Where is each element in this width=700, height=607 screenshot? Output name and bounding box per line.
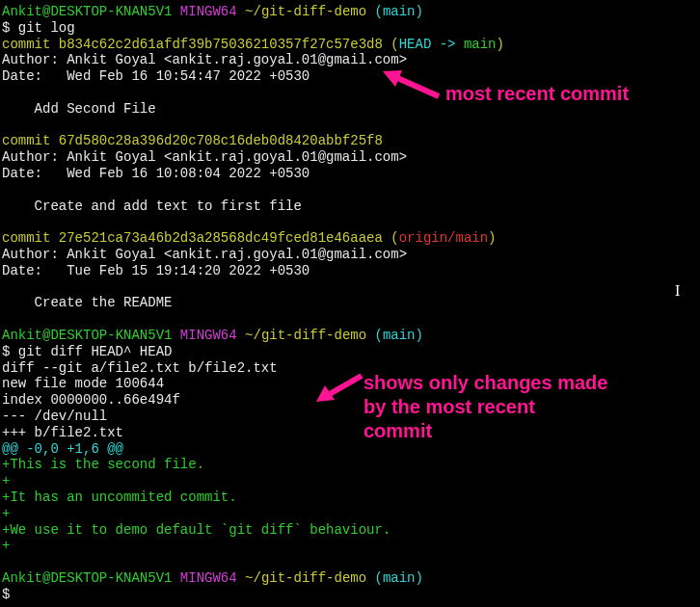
command-input[interactable]: $ git diff HEAD^ HEAD xyxy=(2,344,698,360)
commit-message: Create and add text to first file xyxy=(2,198,698,215)
prompt-path: ~/git-diff-demo xyxy=(245,570,366,586)
diff-add: + xyxy=(2,473,698,489)
remote-ref: origin/main xyxy=(399,230,488,246)
commit-author: Author: Ankit Goyal <ankit.raj.goyal.01@… xyxy=(2,149,698,166)
prompt-branch: (main) xyxy=(375,4,423,19)
prompt-branch: (main) xyxy=(375,328,423,343)
prompt-path: ~/git-diff-demo xyxy=(245,328,366,343)
prompt-path: ~/git-diff-demo xyxy=(245,4,366,19)
commit-author: Author: Ankit Goyal <ankit.raj.goyal.01@… xyxy=(2,52,698,68)
head-ref: HEAD -> xyxy=(399,37,464,52)
prompt-user: Ankit@DESKTOP-KNAN5V1 xyxy=(2,328,172,343)
prompt-env: MINGW64 xyxy=(180,570,237,586)
git-commit-line: commit 67d580c28a396d20c708c16deb0d8420a… xyxy=(2,133,698,149)
diff-add: +We use it to demo default `git diff` be… xyxy=(2,522,698,539)
annotation-changes: shows only changes made by the most rece… xyxy=(363,371,607,443)
text-cursor-icon: I xyxy=(675,281,680,300)
commit-date: Date: Wed Feb 16 10:08:04 2022 +0530 xyxy=(2,166,698,182)
arrow-icon xyxy=(381,67,448,106)
commit-message: Create the README xyxy=(2,295,698,311)
diff-hunk: @@ -0,0 +1,6 @@ xyxy=(2,441,698,458)
diff-add: +This is the second file. xyxy=(2,457,698,473)
git-commit-line: commit 27e521ca73a46b2d3a28568dc49fced81… xyxy=(2,230,698,247)
diff-add: + xyxy=(2,506,698,522)
command-input[interactable]: $ git log xyxy=(2,20,698,37)
shell-prompt: Ankit@DESKTOP-KNAN5V1 MINGW64 ~/git-diff… xyxy=(2,328,698,344)
prompt-user: Ankit@DESKTOP-KNAN5V1 xyxy=(2,4,172,19)
prompt-user: Ankit@DESKTOP-KNAN5V1 xyxy=(2,570,172,586)
command-input[interactable]: $ xyxy=(2,587,698,603)
commit-author: Author: Ankit Goyal <ankit.raj.goyal.01@… xyxy=(2,247,698,263)
git-commit-line: commit b834c62c2d61afdf39b75036210357f27… xyxy=(2,37,698,53)
commit-hash: 67d580c28a396d20c708c16deb0d8420abbf25f8 xyxy=(59,133,383,148)
diff-add: + xyxy=(2,538,698,554)
shell-prompt: Ankit@DESKTOP-KNAN5V1 MINGW64 ~/git-diff… xyxy=(2,570,698,587)
diff-add: +It has an uncommited commit. xyxy=(2,489,698,506)
arrow-icon xyxy=(313,371,366,405)
annotation-recent-commit: most recent commit xyxy=(445,82,629,105)
commit-hash: b834c62c2d61afdf39b75036210357f27c57e3d8 xyxy=(59,37,383,52)
prompt-branch: (main) xyxy=(375,570,423,586)
branch-ref: main xyxy=(464,37,497,52)
shell-prompt: Ankit@DESKTOP-KNAN5V1 MINGW64 ~/git-diff… xyxy=(2,4,698,20)
commit-hash: 27e521ca73a46b2d3a28568dc49fced81e46aaea xyxy=(59,230,383,246)
commit-date: Date: Tue Feb 15 19:14:20 2022 +0530 xyxy=(2,263,698,279)
prompt-env: MINGW64 xyxy=(180,328,237,343)
prompt-env: MINGW64 xyxy=(180,4,237,19)
